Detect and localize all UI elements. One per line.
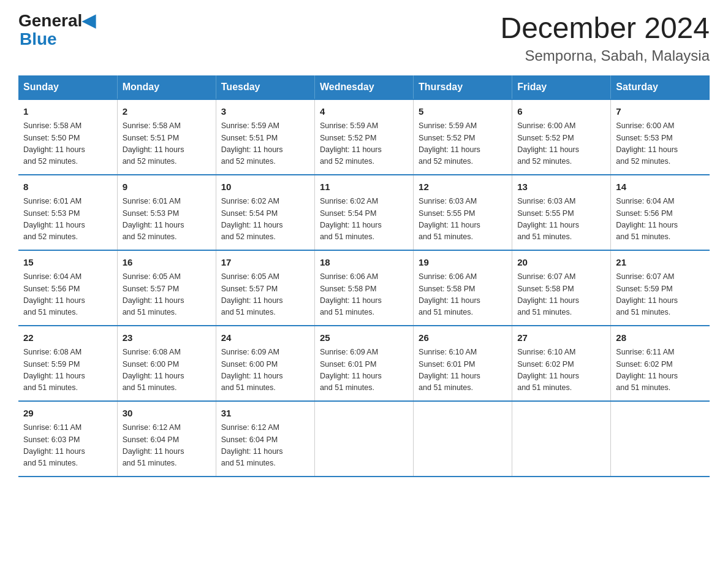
table-row: 23Sunrise: 6:08 AMSunset: 6:00 PMDayligh… <box>117 326 216 401</box>
calendar-header-row: Sunday Monday Tuesday Wednesday Thursday… <box>18 75 710 99</box>
table-row: 1Sunrise: 5:58 AMSunset: 5:50 PMDaylight… <box>18 99 117 175</box>
day-info: Sunrise: 6:03 AMSunset: 5:55 PMDaylight:… <box>419 196 507 243</box>
page-header: General◀ Blue December 2024 Semporna, Sa… <box>18 12 710 64</box>
day-number: 9 <box>123 180 211 194</box>
day-number: 1 <box>23 105 112 119</box>
day-info: Sunrise: 5:58 AMSunset: 5:51 PMDaylight:… <box>123 120 211 168</box>
day-number: 30 <box>123 407 211 421</box>
day-number: 2 <box>123 105 211 119</box>
day-number: 11 <box>320 180 408 194</box>
table-row: 22Sunrise: 6:08 AMSunset: 5:59 PMDayligh… <box>18 326 117 401</box>
day-info: Sunrise: 6:00 AMSunset: 5:53 PMDaylight:… <box>616 120 705 168</box>
day-info: Sunrise: 6:00 AMSunset: 5:52 PMDaylight:… <box>517 120 605 168</box>
col-friday: Friday <box>512 75 611 99</box>
day-info: Sunrise: 6:08 AMSunset: 5:59 PMDaylight:… <box>23 347 112 394</box>
table-row: 27Sunrise: 6:10 AMSunset: 6:02 PMDayligh… <box>512 326 611 401</box>
day-number: 24 <box>221 331 309 345</box>
day-number: 4 <box>320 105 408 119</box>
day-info: Sunrise: 6:03 AMSunset: 5:55 PMDaylight:… <box>517 196 605 243</box>
calendar-title: December 2024 <box>500 12 710 45</box>
col-saturday: Saturday <box>611 75 710 99</box>
table-row: 3Sunrise: 5:59 AMSunset: 5:51 PMDaylight… <box>216 99 314 175</box>
day-info: Sunrise: 6:07 AMSunset: 5:59 PMDaylight:… <box>616 271 705 319</box>
day-number: 25 <box>320 331 408 345</box>
day-info: Sunrise: 6:11 AMSunset: 6:02 PMDaylight:… <box>616 347 705 394</box>
table-row: 4Sunrise: 5:59 AMSunset: 5:52 PMDaylight… <box>314 99 413 175</box>
day-info: Sunrise: 6:07 AMSunset: 5:58 PMDaylight:… <box>517 271 605 319</box>
table-row: 21Sunrise: 6:07 AMSunset: 5:59 PMDayligh… <box>611 250 710 326</box>
table-row: 12Sunrise: 6:03 AMSunset: 5:55 PMDayligh… <box>414 175 512 250</box>
day-info: Sunrise: 5:59 AMSunset: 5:52 PMDaylight:… <box>320 120 408 168</box>
table-row: 17Sunrise: 6:05 AMSunset: 5:57 PMDayligh… <box>216 250 314 326</box>
col-sunday: Sunday <box>18 75 117 99</box>
day-info: Sunrise: 6:06 AMSunset: 5:58 PMDaylight:… <box>320 271 408 319</box>
day-number: 23 <box>123 331 211 345</box>
day-info: Sunrise: 6:09 AMSunset: 6:00 PMDaylight:… <box>221 347 309 394</box>
day-number: 8 <box>23 180 112 194</box>
logo-text: General◀ <box>18 12 96 29</box>
table-row: 13Sunrise: 6:03 AMSunset: 5:55 PMDayligh… <box>512 175 611 250</box>
day-number: 13 <box>517 180 605 194</box>
day-number: 5 <box>419 105 507 119</box>
table-row: 7Sunrise: 6:00 AMSunset: 5:53 PMDaylight… <box>611 99 710 175</box>
day-info: Sunrise: 6:01 AMSunset: 5:53 PMDaylight:… <box>23 196 112 243</box>
day-number: 22 <box>23 331 112 345</box>
calendar-week-row: 8Sunrise: 6:01 AMSunset: 5:53 PMDaylight… <box>18 175 710 250</box>
table-row: 18Sunrise: 6:06 AMSunset: 5:58 PMDayligh… <box>314 250 413 326</box>
table-row: 5Sunrise: 5:59 AMSunset: 5:52 PMDaylight… <box>414 99 512 175</box>
day-info: Sunrise: 6:06 AMSunset: 5:58 PMDaylight:… <box>419 271 507 319</box>
day-info: Sunrise: 6:02 AMSunset: 5:54 PMDaylight:… <box>221 196 309 243</box>
table-row: 30Sunrise: 6:12 AMSunset: 6:04 PMDayligh… <box>117 401 216 477</box>
day-info: Sunrise: 6:12 AMSunset: 6:04 PMDaylight:… <box>221 422 309 470</box>
day-number: 19 <box>419 256 507 270</box>
table-row: 9Sunrise: 6:01 AMSunset: 5:53 PMDaylight… <box>117 175 216 250</box>
table-row: 11Sunrise: 6:02 AMSunset: 5:54 PMDayligh… <box>314 175 413 250</box>
day-number: 14 <box>616 180 705 194</box>
table-row <box>314 401 413 477</box>
day-number: 28 <box>616 331 705 345</box>
table-row: 6Sunrise: 6:00 AMSunset: 5:52 PMDaylight… <box>512 99 611 175</box>
calendar-table: Sunday Monday Tuesday Wednesday Thursday… <box>18 75 710 477</box>
col-wednesday: Wednesday <box>314 75 413 99</box>
day-number: 12 <box>419 180 507 194</box>
day-number: 10 <box>221 180 309 194</box>
calendar-week-row: 15Sunrise: 6:04 AMSunset: 5:56 PMDayligh… <box>18 250 710 326</box>
day-number: 21 <box>616 256 705 270</box>
day-info: Sunrise: 6:11 AMSunset: 6:03 PMDaylight:… <box>23 422 112 470</box>
day-info: Sunrise: 6:04 AMSunset: 5:56 PMDaylight:… <box>616 196 705 243</box>
table-row: 2Sunrise: 5:58 AMSunset: 5:51 PMDaylight… <box>117 99 216 175</box>
table-row: 31Sunrise: 6:12 AMSunset: 6:04 PMDayligh… <box>216 401 314 477</box>
day-number: 17 <box>221 256 309 270</box>
day-info: Sunrise: 5:58 AMSunset: 5:50 PMDaylight:… <box>23 120 112 168</box>
logo-triangle-icon: ◀ <box>82 11 96 30</box>
title-section: December 2024 Semporna, Sabah, Malaysia <box>500 12 710 64</box>
day-number: 27 <box>517 331 605 345</box>
col-monday: Monday <box>117 75 216 99</box>
table-row: 10Sunrise: 6:02 AMSunset: 5:54 PMDayligh… <box>216 175 314 250</box>
day-info: Sunrise: 6:12 AMSunset: 6:04 PMDaylight:… <box>123 422 211 470</box>
day-number: 20 <box>517 256 605 270</box>
day-number: 31 <box>221 407 309 421</box>
table-row: 29Sunrise: 6:11 AMSunset: 6:03 PMDayligh… <box>18 401 117 477</box>
day-number: 15 <box>23 256 112 270</box>
table-row: 15Sunrise: 6:04 AMSunset: 5:56 PMDayligh… <box>18 250 117 326</box>
calendar-week-row: 22Sunrise: 6:08 AMSunset: 5:59 PMDayligh… <box>18 326 710 401</box>
day-info: Sunrise: 6:02 AMSunset: 5:54 PMDaylight:… <box>320 196 408 243</box>
table-row: 19Sunrise: 6:06 AMSunset: 5:58 PMDayligh… <box>414 250 512 326</box>
col-tuesday: Tuesday <box>216 75 314 99</box>
day-number: 7 <box>616 105 705 119</box>
day-number: 18 <box>320 256 408 270</box>
day-number: 6 <box>517 105 605 119</box>
day-info: Sunrise: 6:08 AMSunset: 6:00 PMDaylight:… <box>123 347 211 394</box>
day-info: Sunrise: 6:09 AMSunset: 6:01 PMDaylight:… <box>320 347 408 394</box>
day-info: Sunrise: 6:10 AMSunset: 6:01 PMDaylight:… <box>419 347 507 394</box>
table-row: 28Sunrise: 6:11 AMSunset: 6:02 PMDayligh… <box>611 326 710 401</box>
table-row: 14Sunrise: 6:04 AMSunset: 5:56 PMDayligh… <box>611 175 710 250</box>
day-info: Sunrise: 6:01 AMSunset: 5:53 PMDaylight:… <box>123 196 211 243</box>
day-info: Sunrise: 6:10 AMSunset: 6:02 PMDaylight:… <box>517 347 605 394</box>
day-number: 26 <box>419 331 507 345</box>
col-thursday: Thursday <box>414 75 512 99</box>
calendar-week-row: 29Sunrise: 6:11 AMSunset: 6:03 PMDayligh… <box>18 401 710 477</box>
day-number: 29 <box>23 407 112 421</box>
table-row <box>414 401 512 477</box>
